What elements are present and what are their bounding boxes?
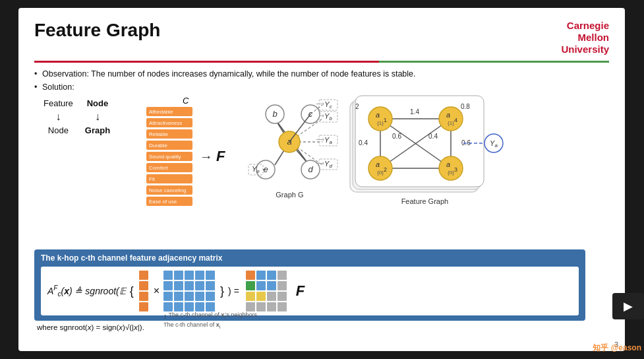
svg-text:0.4: 0.4: [428, 133, 438, 140]
matrix-formula-row: AFc(x) ≜ sgnroot(𝔼 { ×: [41, 267, 579, 315]
svg-text:b: b: [273, 109, 278, 119]
matrix-f-label: F: [296, 282, 305, 300]
play-icon: ▶: [624, 299, 633, 313]
svg-point-62: [439, 156, 463, 180]
svg-text:1: 1: [384, 117, 387, 123]
color-grid-right: [246, 271, 287, 311]
c-label: C: [183, 96, 189, 106]
svg-text:Yc: Yc: [325, 100, 332, 110]
feature-graph-label: Feature Graph: [401, 197, 449, 205]
cmu-line3: University: [561, 44, 609, 55]
orange-col: [139, 271, 148, 311]
slide-title: Feature Graph: [34, 20, 160, 41]
watermark: 知乎 @eason: [593, 343, 641, 354]
svg-text:{1}: {1}: [448, 120, 455, 126]
svg-text:a: a: [446, 111, 450, 119]
svg-text:d: d: [308, 164, 314, 174]
observation-text: Observation: The number of nodes increas…: [34, 69, 609, 79]
svg-text:4: 4: [454, 117, 457, 123]
svg-text:3: 3: [454, 166, 457, 173]
svg-text:0.8: 0.8: [461, 103, 470, 110]
svg-text:1.4: 1.4: [410, 108, 419, 115]
matrix-title: The k-hop c-th channel feature adjacency…: [41, 253, 579, 263]
arrow-f: →: [199, 149, 212, 164]
svg-text:Ya: Ya: [325, 136, 333, 145]
transform-col2: Node ↓ Graph: [85, 98, 110, 135]
header-divider: [34, 61, 609, 63]
svg-text:2: 2: [384, 166, 387, 173]
svg-point-50: [368, 107, 392, 131]
svg-text:Yd: Yd: [325, 160, 333, 169]
svg-text:⟶: ⟶: [316, 136, 324, 143]
bar-noisecanceling: Noise canceling: [146, 185, 192, 195]
bar-soundquality: Sound quality: [146, 152, 192, 161]
svg-text:{1}: {1}: [378, 120, 384, 126]
where-formula: where sgnroot(x) = sign(x)√(|x|).: [34, 323, 585, 331]
svg-point-58: [368, 156, 392, 180]
feature-graph-svg: 1.4 0.4 0.6 0.6 0.4 2 0.8 a 1 {1} a 4 {1…: [349, 96, 500, 195]
bar-durable: Durable: [146, 141, 192, 150]
cmu-line2: Mellon: [561, 32, 609, 44]
graph-g-label: Graph G: [276, 191, 303, 199]
blue-matrix: ↑ The c-th channel of xi's neighbors The…: [163, 271, 215, 311]
bar-attractiveness: Attractiveness: [146, 118, 192, 127]
matrix-box: The k-hop c-th channel feature adjacency…: [34, 249, 585, 321]
svg-text:a: a: [376, 111, 380, 119]
svg-text:{0}: {0}: [378, 170, 384, 176]
f-label: F: [216, 148, 225, 165]
svg-line-28: [289, 114, 310, 142]
bar-affordable: Affordable: [146, 107, 192, 116]
svg-text:Yb: Yb: [325, 112, 333, 121]
svg-text:0.4: 0.4: [359, 139, 368, 147]
graph-g: b a e d Yb Ya Yd ⟶ ⟶ ⟶: [237, 96, 342, 199]
feature-graph: 1.4 0.4 0.6 0.6 0.4 2 0.8 a 1 {1} a 4 {1…: [349, 96, 500, 205]
video-thumbnail[interactable]: ▶: [612, 293, 644, 319]
formula-lhs: AFc(x) ≜ sgnroot(𝔼: [47, 284, 126, 298]
matrix-section: The k-hop c-th channel feature adjacency…: [34, 249, 585, 331]
cmu-logo: Carnegie Mellon University: [561, 20, 609, 55]
bar-easeofuse: Ease of use: [146, 197, 192, 206]
graph-g-svg: b a e d Yb Ya Yd ⟶ ⟶ ⟶: [237, 96, 342, 188]
bar-fit: Fit: [146, 174, 192, 183]
svg-text:a: a: [376, 160, 380, 168]
svg-text:⟶: ⟶: [316, 160, 324, 166]
svg-text:{0}: {0}: [448, 170, 455, 176]
feature-bars: Affordable Attractiveness Reliable Durab…: [146, 107, 192, 206]
bar-reliable: Reliable: [146, 129, 192, 139]
bar-comfort: Comfort: [146, 163, 192, 172]
svg-text:⟶: ⟶: [316, 100, 324, 107]
svg-text:a: a: [446, 160, 450, 168]
svg-text:2: 2: [355, 103, 359, 110]
solution-label: Solution:: [34, 82, 609, 92]
svg-text:0.6: 0.6: [392, 133, 401, 140]
svg-point-54: [439, 107, 463, 131]
transform-col1: Feature ↓ Node: [44, 98, 73, 135]
cmu-line1: Carnegie: [561, 20, 609, 32]
